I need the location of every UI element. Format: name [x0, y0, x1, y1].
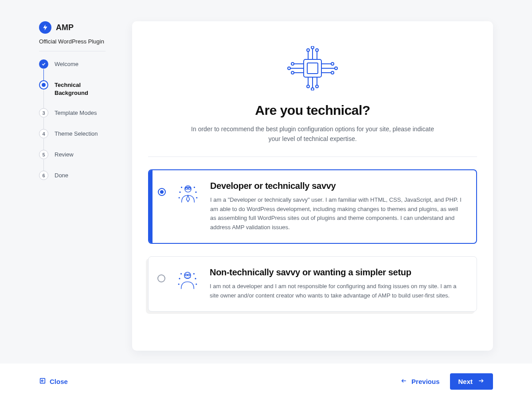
- svg-point-25: [331, 71, 334, 74]
- svg-rect-28: [188, 188, 191, 189]
- step-label: Review: [55, 150, 74, 159]
- arrow-left-icon: [400, 378, 408, 385]
- step-label: Technical Background: [55, 80, 106, 97]
- step-label: Done: [55, 171, 68, 180]
- sidebar-divider: [39, 51, 106, 51]
- svg-point-5: [311, 46, 314, 49]
- step-number: 6: [39, 171, 48, 180]
- option-description: I am a "Developer or technically savvy" …: [210, 196, 464, 232]
- step-number: 4: [39, 129, 48, 138]
- svg-point-30: [180, 192, 180, 192]
- svg-rect-37: [185, 274, 188, 276]
- page-description: In order to recommend the best plugin co…: [188, 124, 437, 144]
- svg-point-43: [196, 284, 197, 285]
- step-connector: [43, 139, 44, 151]
- svg-point-7: [316, 49, 318, 51]
- svg-point-45: [194, 274, 195, 274]
- svg-point-11: [311, 88, 314, 90]
- step-done[interactable]: 6Done: [39, 171, 106, 180]
- check-icon: [39, 59, 48, 69]
- option-body: Developer or technically savvyI am a "De…: [210, 181, 464, 232]
- step-number: 5: [39, 150, 48, 159]
- svg-point-32: [179, 197, 180, 198]
- brand: AMP: [39, 21, 106, 34]
- svg-point-19: [291, 71, 294, 74]
- svg-point-33: [196, 197, 197, 198]
- svg-rect-0: [304, 59, 321, 77]
- step-label: Theme Selection: [55, 129, 98, 138]
- svg-point-42: [178, 284, 179, 285]
- svg-point-40: [179, 278, 180, 279]
- circuit-chip-icon: [148, 46, 477, 90]
- step-connector: [43, 160, 44, 172]
- amp-logo-icon: [39, 21, 51, 34]
- close-icon: [39, 377, 46, 386]
- card-divider: [148, 156, 477, 157]
- wizard-steps: WelcomeTechnical Background3Template Mod…: [39, 59, 106, 180]
- step-number: [39, 80, 48, 90]
- wizard-card: Are you technical? In order to recommend…: [132, 21, 493, 351]
- option-developer[interactable]: Developer or technically savvyI am a "De…: [148, 169, 477, 244]
- page-title: Are you technical?: [148, 103, 477, 118]
- step-review[interactable]: 5Review: [39, 150, 106, 171]
- svg-point-21: [331, 63, 334, 65]
- previous-button[interactable]: Previous: [400, 378, 439, 385]
- step-label: Welcome: [55, 59, 78, 68]
- svg-point-15: [291, 63, 294, 65]
- svg-point-44: [181, 274, 182, 274]
- svg-point-31: [196, 192, 196, 192]
- close-label: Close: [50, 378, 68, 385]
- person-icon: [175, 267, 200, 292]
- next-button[interactable]: Next: [450, 373, 493, 390]
- option-title: Non-technically savvy or wanting a simpl…: [210, 267, 464, 278]
- close-button[interactable]: Close: [39, 377, 68, 386]
- option-nontechnical[interactable]: Non-technically savvy or wanting a simpl…: [148, 256, 477, 312]
- hero: Are you technical? In order to recommend…: [148, 46, 477, 144]
- step-number: 3: [39, 108, 48, 117]
- step-label: Template Modes: [55, 108, 97, 117]
- brand-subtitle: Official WordPress Plugin: [39, 38, 106, 45]
- svg-point-9: [307, 85, 309, 88]
- step-connector: [43, 118, 44, 130]
- option-body: Non-technically savvy or wanting a simpl…: [210, 267, 464, 301]
- step-connector: [43, 90, 44, 109]
- svg-rect-27: [186, 188, 188, 189]
- radio-icon: [157, 274, 165, 282]
- next-label: Next: [458, 378, 473, 385]
- arrow-right-icon: [477, 378, 485, 385]
- option-description: I am not a developer and I am not respon…: [210, 282, 464, 301]
- step-technical-background[interactable]: Technical Background: [39, 80, 106, 108]
- wizard-footer: Close Previous Next: [0, 364, 532, 399]
- svg-point-13: [316, 85, 318, 88]
- option-title: Developer or technically savvy: [210, 181, 464, 191]
- svg-point-3: [307, 49, 309, 51]
- svg-point-35: [194, 187, 195, 188]
- svg-point-41: [195, 278, 196, 279]
- svg-point-23: [335, 67, 337, 70]
- step-template-modes[interactable]: 3Template Modes: [39, 108, 106, 129]
- svg-rect-1: [307, 63, 318, 74]
- step-theme-selection[interactable]: 4Theme Selection: [39, 129, 106, 150]
- radio-icon: [158, 188, 166, 196]
- step-connector: [43, 69, 44, 81]
- wizard-sidebar: AMP Official WordPress Plugin WelcomeTec…: [39, 21, 106, 351]
- person-icon: [176, 181, 200, 206]
- previous-label: Previous: [411, 378, 439, 385]
- step-welcome[interactable]: Welcome: [39, 59, 106, 80]
- brand-name: AMP: [56, 23, 74, 32]
- svg-point-34: [181, 187, 182, 188]
- options-group: Developer or technically savvyI am a "De…: [148, 169, 477, 312]
- svg-point-17: [288, 67, 290, 70]
- svg-rect-38: [188, 274, 190, 276]
